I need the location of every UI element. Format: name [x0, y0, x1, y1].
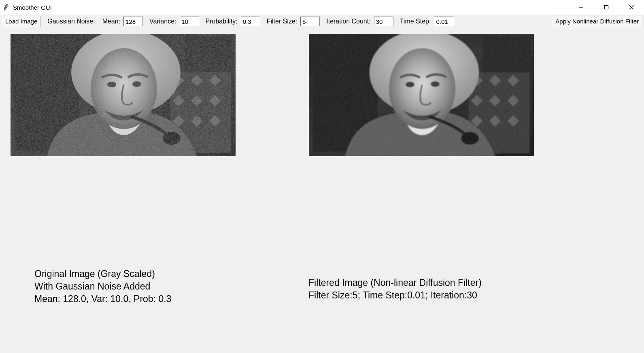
feather-icon [2, 4, 10, 11]
filtered-image-panel [309, 34, 534, 156]
filter-size-input[interactable] [300, 17, 320, 26]
original-image-panel [11, 34, 236, 156]
variance-input[interactable] [180, 17, 199, 26]
probability-label: Probability: [202, 18, 238, 25]
content-area: Original Image (Gray Scaled) With Gaussi… [0, 28, 644, 353]
original-image-caption: Original Image (Gray Scaled) With Gaussi… [34, 268, 171, 305]
filter-size-label: Filter Size: [263, 18, 298, 25]
iteration-count-label: Iteration Count: [322, 18, 371, 25]
time-step-input[interactable] [434, 17, 454, 26]
svg-rect-41 [309, 34, 534, 156]
probability-input[interactable] [241, 17, 260, 26]
svg-rect-22 [11, 34, 236, 156]
variance-label: Variance: [145, 18, 177, 25]
apply-filter-button[interactable]: Apply Nonlinear Diffusion Filter [552, 16, 642, 27]
titlebar: Smoother GUI [0, 0, 644, 15]
parameter-toolbar: Load Image Gaussian Noise: Mean: Varianc… [0, 15, 644, 28]
svg-rect-1 [605, 6, 608, 9]
filtered-image-caption: Filtered Image (Non-linear Diffusion Fil… [308, 277, 482, 302]
iteration-count-input[interactable] [374, 17, 393, 26]
window-controls [569, 0, 644, 15]
time-step-label: Time Step: [396, 18, 432, 25]
load-image-button[interactable]: Load Image [2, 16, 41, 27]
close-button[interactable] [619, 0, 644, 15]
window-title: Smoother GUI [13, 4, 569, 11]
minimize-button[interactable] [569, 0, 594, 15]
mean-input[interactable] [123, 17, 143, 26]
gaussian-noise-label: Gaussian Noise: [43, 18, 96, 25]
mean-label: Mean: [98, 18, 121, 25]
maximize-button[interactable] [594, 0, 619, 15]
